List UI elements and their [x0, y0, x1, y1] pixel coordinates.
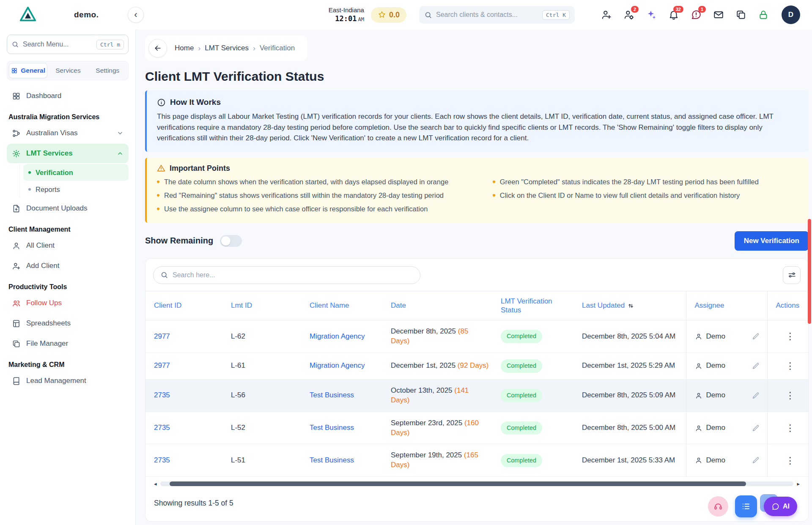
document-upload-icon [12, 204, 21, 213]
row-actions-menu-icon[interactable]: ⋮ [776, 454, 805, 467]
col-date[interactable]: Date [382, 291, 492, 320]
col-assignee[interactable]: Assignee [686, 291, 767, 320]
show-remaining-toggle[interactable] [220, 235, 242, 247]
client-name-link[interactable]: Test Business [310, 391, 354, 399]
tasks-button[interactable] [735, 495, 757, 517]
add-user-icon[interactable] [601, 9, 612, 20]
show-remaining-label: Show Remaining [145, 236, 213, 246]
tab-services[interactable]: Services [49, 63, 87, 78]
filter-button[interactable] [783, 266, 801, 284]
scrollbar-track[interactable] [160, 481, 794, 486]
global-search[interactable]: Ctrl K [419, 6, 575, 24]
person-icon [695, 362, 702, 370]
edit-icon[interactable] [752, 424, 764, 432]
chevron-up-icon [117, 150, 123, 157]
client-name-link[interactable]: Migration Agency [310, 332, 365, 340]
table-search-input[interactable] [173, 271, 413, 279]
sidebar-item-reports[interactable]: Reports [23, 181, 129, 198]
rating-badge[interactable]: 0.0 [371, 7, 406, 23]
sidebar-item-label: Add Client [26, 262, 59, 270]
checklist-icon [741, 501, 751, 511]
important-points-title: Important Points [170, 164, 230, 173]
table-search[interactable] [153, 266, 420, 284]
bullet-dot [493, 194, 495, 197]
client-name-link[interactable]: Test Business [310, 456, 354, 464]
col-client-id[interactable]: Client ID [145, 291, 222, 320]
sidebar-item-all-client[interactable]: All Client [7, 236, 129, 255]
client-name-link[interactable]: Test Business [310, 424, 354, 432]
client-name-link[interactable]: Migration Agency [310, 361, 365, 369]
sidebar-item-label: Spreadsheets [26, 319, 71, 328]
client-id-link[interactable]: 2735 [154, 424, 170, 432]
lock-icon[interactable] [758, 9, 769, 20]
tab-general[interactable]: General [9, 63, 47, 78]
edit-icon[interactable] [752, 333, 764, 340]
sidebar-item-label: Document Uploads [26, 204, 88, 213]
scrollbar-thumb[interactable] [170, 481, 746, 486]
mail-icon[interactable] [713, 9, 724, 20]
scroll-left-arrow[interactable]: ◂ [154, 481, 157, 487]
page-title: Client LMT Verification Status [145, 69, 809, 84]
edit-icon[interactable] [752, 362, 764, 370]
point-text: The date column shows when the verificat… [164, 177, 448, 187]
sparkles-icon[interactable] [646, 9, 657, 20]
row-actions-menu-icon[interactable]: ⋮ [776, 360, 805, 372]
sidebar-item-follow-ups[interactable]: Follow Ups [7, 293, 129, 313]
edit-icon[interactable] [752, 457, 764, 464]
row-actions-menu-icon[interactable]: ⋮ [776, 389, 805, 402]
global-search-input[interactable] [436, 11, 538, 19]
sort-icon[interactable] [627, 302, 634, 309]
sidebar-item-spreadsheets[interactable]: Spreadsheets [7, 314, 129, 333]
scroll-right-arrow[interactable]: ▸ [797, 481, 800, 487]
important-points-list: The date column shows when the verificat… [157, 177, 798, 218]
sidebar-collapse-button[interactable]: ‹ [128, 7, 144, 23]
col-status[interactable]: LMT Verification Status [492, 291, 573, 320]
sidebar-item-file-manager[interactable]: File Manager [7, 334, 129, 353]
sidebar-item-lmt-services[interactable]: LMT Services [7, 144, 129, 163]
client-id-link[interactable]: 2735 [154, 456, 170, 464]
client-id-link[interactable]: 2977 [154, 332, 170, 340]
client-id-link[interactable]: 2735 [154, 391, 170, 399]
sidebar-item-label: Lead Management [26, 377, 86, 385]
sidebar-item-dashboard[interactable]: Dashboard [7, 86, 129, 106]
sidebar-item-verification[interactable]: Verification [23, 164, 129, 181]
sidebar-search[interactable]: Ctrl m [7, 35, 129, 54]
toggle-knob [221, 236, 230, 246]
user-settings-icon[interactable]: 2 [623, 9, 634, 20]
sidebar-item-australian-visas[interactable]: Australian Visas [7, 123, 129, 143]
edit-icon[interactable] [752, 392, 764, 399]
breadcrumb-lmt-services[interactable]: LMT Services [205, 44, 249, 52]
sidebar-search-input[interactable] [23, 41, 93, 48]
bell-icon[interactable]: 32 [668, 9, 679, 20]
sidebar-item-lead-management[interactable]: Lead Management [7, 371, 129, 391]
page-scrollbar[interactable] [808, 219, 811, 324]
book-icon [12, 377, 21, 386]
client-id-link[interactable]: 2977 [154, 361, 170, 369]
back-button[interactable] [148, 39, 167, 57]
ai-chat-button[interactable]: AI [764, 497, 797, 516]
breadcrumb-home[interactable]: Home [175, 44, 194, 52]
user-avatar[interactable]: D [782, 5, 800, 24]
row-actions-menu-icon[interactable]: ⋮ [776, 330, 805, 343]
verification-table: Client ID Lmt ID Client Name Date LMT Ve… [145, 291, 808, 477]
sidebar-item-document-uploads[interactable]: Document Uploads [7, 199, 129, 218]
tab-settings[interactable]: Settings [89, 63, 126, 78]
sidebar-item-add-client[interactable]: Add Client [7, 256, 129, 276]
support-button[interactable] [708, 496, 728, 517]
person-icon [695, 424, 702, 432]
new-verification-button[interactable]: New Verification [735, 231, 809, 251]
point-item: Red "Remaining" status shows verificatio… [157, 191, 469, 200]
horizontal-scrollbar[interactable]: ◂ ▸ [154, 481, 800, 487]
row-actions-menu-icon[interactable]: ⋮ [776, 422, 805, 435]
people-icon [12, 299, 21, 308]
col-lmt-id[interactable]: Lmt ID [222, 291, 301, 320]
person-icon [695, 333, 702, 340]
feedback-icon[interactable]: 1 [691, 9, 702, 20]
col-last-updated[interactable]: Last Updated [573, 291, 686, 320]
documents-icon[interactable] [735, 9, 746, 20]
point-item: Use the assignee column to see which cas… [157, 204, 469, 214]
floating-actions: AI [708, 495, 797, 517]
search-icon [424, 11, 432, 19]
section-title-marketing: Marketing & CRM [7, 361, 129, 369]
col-client-name[interactable]: Client Name [301, 291, 382, 320]
